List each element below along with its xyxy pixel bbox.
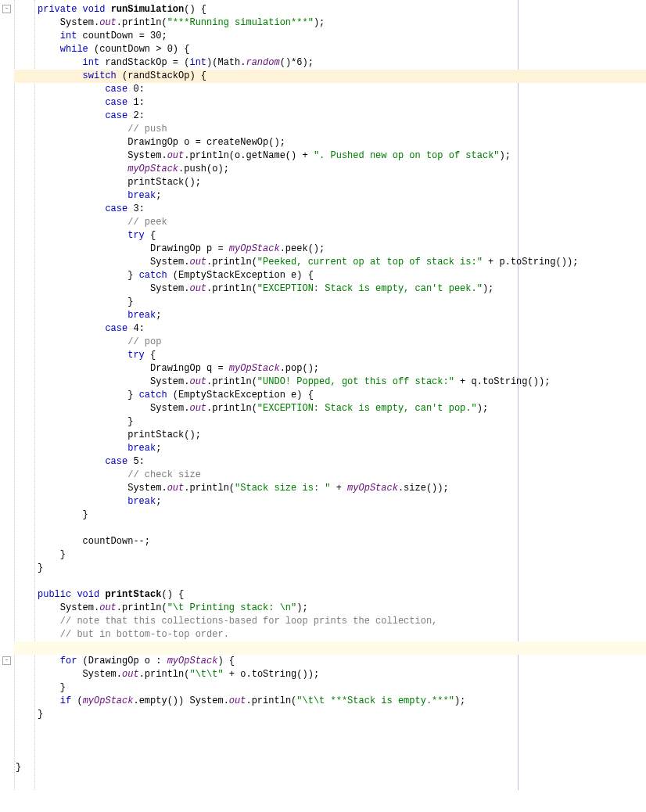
code-line: myOpStack.push(o); — [0, 163, 646, 176]
code-line: System.out.println("Stack size is: " + m… — [0, 482, 646, 495]
code-line: try { — [0, 349, 646, 362]
code-line: break; — [0, 189, 646, 203]
code-line: try { — [0, 229, 646, 243]
code-line: System.out.println("***Running simulatio… — [0, 16, 646, 30]
code-line: } — [0, 681, 646, 695]
code-line — [0, 748, 646, 761]
code-line: switch (randStackOp) { — [0, 70, 646, 83]
code-line: int randStackOp = (int)(Math.random()*6)… — [0, 56, 646, 70]
code-line — [0, 721, 646, 735]
code-line: } catch (EmptyStackException e) { — [0, 389, 646, 402]
code-line: System.out.println("UNDO! Popped, got th… — [0, 375, 646, 389]
fold-marker-icon-2[interactable] — [2, 656, 11, 665]
code-line: } — [0, 508, 646, 522]
code-line: System.out.println("EXCEPTION: Stack is … — [0, 282, 646, 296]
code-line: } — [0, 548, 646, 562]
code-line: public void printStack() { — [0, 588, 646, 602]
code-line: } — [0, 562, 646, 575]
code-line: // but in bottom-to-top order. — [0, 628, 646, 641]
code-line: printStack(); — [0, 176, 646, 189]
code-line: System.out.println("\t\t" + o.toString()… — [0, 668, 646, 681]
code-line — [0, 575, 646, 588]
code-line: case 1: — [0, 96, 646, 110]
code-line: DrawingOp o = createNewOp(); — [0, 136, 646, 149]
code-line: DrawingOp q = myOpStack.pop(); — [0, 362, 646, 375]
code-line: case 5: — [0, 455, 646, 469]
code-editor[interactable]: private void runSimulation() { System.ou… — [0, 0, 646, 790]
code-line: while (countDown > 0) { — [0, 43, 646, 56]
code-line: case 3: — [0, 203, 646, 216]
code-line: case 0: — [0, 83, 646, 96]
fold-marker-icon-1[interactable] — [2, 5, 11, 13]
code-line: } — [0, 708, 646, 721]
code-line: } — [0, 296, 646, 309]
code-line: break; — [0, 495, 646, 508]
code-line: // check size — [0, 469, 646, 482]
code-line: break; — [0, 309, 646, 322]
code-line: System.out.println("\t Printing stack: \… — [0, 602, 646, 615]
code-line: private void runSimulation() { — [0, 3, 646, 16]
code-line: case 4: — [0, 322, 646, 336]
code-line: DrawingOp p = myOpStack.peek(); — [0, 243, 646, 256]
code-line: } — [0, 415, 646, 429]
code-line: printStack(); — [0, 429, 646, 442]
code-line — [0, 641, 646, 655]
code-line: } catch (EmptyStackException e) { — [0, 269, 646, 282]
code-line: // peek — [0, 216, 646, 229]
code-line: // push — [0, 123, 646, 136]
code-line: case 2: — [0, 110, 646, 123]
code-line: // note that this collections-based for … — [0, 615, 646, 628]
code-line: System.out.println(o.getName() + ". Push… — [0, 149, 646, 163]
code-line — [0, 735, 646, 748]
code-line: for (DrawingOp o : myOpStack) { — [0, 655, 646, 668]
code-line: } — [0, 761, 646, 774]
code-line: break; — [0, 442, 646, 455]
code-line: if (myOpStack.empty()) System.out.printl… — [0, 695, 646, 708]
code-line: System.out.println("EXCEPTION: Stack is … — [0, 402, 646, 415]
code-line: int countDown = 30; — [0, 30, 646, 43]
code-line: // pop — [0, 336, 646, 349]
code-line — [0, 522, 646, 535]
code-line: countDown--; — [0, 535, 646, 548]
code-line: System.out.println("Peeked, current op a… — [0, 256, 646, 269]
